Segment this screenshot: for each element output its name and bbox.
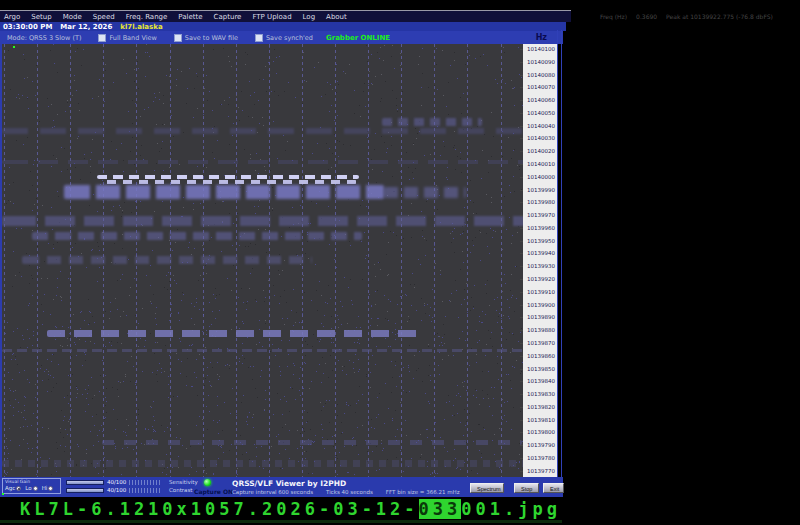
info-text: Capture interval 600 seconds: [232, 489, 313, 495]
sensitivity-slider-track[interactable]: [129, 480, 161, 485]
menu-item-ftp-upload[interactable]: FTP Upload: [252, 13, 291, 21]
time-tick-gridline: [434, 44, 435, 477]
frequency-unit-label: Hz: [536, 33, 547, 42]
time-tick-gridline: [467, 44, 468, 477]
time-tick-gridline: [368, 44, 369, 477]
stop-button[interactable]: Stop: [514, 483, 539, 493]
freq-scale-tick: [520, 215, 523, 216]
checkbox-box-icon[interactable]: [98, 34, 106, 42]
freq-scale-tick: [520, 420, 523, 421]
menu-item-capture[interactable]: Capture: [214, 13, 242, 21]
freq-scale-tick: [520, 381, 523, 382]
sensitivity-slider[interactable]: [66, 480, 104, 485]
sensitivity-value: 40/100: [107, 479, 127, 485]
checkbox-save-to-wav-file[interactable]: Save to WAV file: [174, 34, 238, 42]
freq-scale-label: 10140070: [523, 84, 555, 90]
freq-scale-label: 10139990: [523, 187, 555, 193]
signal-trace: [64, 185, 384, 199]
app-title: QRSS/VLF Viewer by I2PHD: [232, 479, 346, 488]
freq-scale-label: 10139930: [523, 263, 555, 269]
visual-gain-radio-lo[interactable]: Lo: [25, 485, 37, 491]
radio-label: Lo: [25, 485, 31, 491]
radio-circle-icon[interactable]: [48, 486, 53, 491]
visual-gain-radio-agc[interactable]: Agc: [5, 485, 21, 491]
freq-scale-label: 10139880: [523, 327, 555, 333]
freq-scale-tick: [520, 432, 523, 433]
freq-scale-label: 10139890: [523, 314, 555, 320]
freq-scale-tick: [520, 138, 523, 139]
menu-item-setup[interactable]: Setup: [31, 13, 51, 21]
contrast-slider-track[interactable]: [129, 488, 161, 493]
info-text: Ticks 40 seconds: [326, 489, 373, 495]
time-tick-gridline: [335, 44, 336, 477]
freq-scale-label: 10139770: [523, 468, 555, 474]
menu-item-log[interactable]: Log: [303, 13, 316, 21]
menu-item-freq-range[interactable]: Freq. Range: [126, 13, 168, 21]
signal-trace: [2, 349, 523, 352]
menu-item-about[interactable]: About: [326, 13, 347, 21]
indicator-dot: [2, 493, 4, 495]
menu-item-speed[interactable]: Speed: [93, 13, 115, 21]
checkbox-label: Save to WAV file: [185, 34, 238, 42]
radio-circle-icon[interactable]: [16, 486, 21, 491]
signal-trace: [102, 440, 522, 445]
freq-scale-tick: [520, 266, 523, 267]
freq-scale-tick: [520, 75, 523, 76]
menu-item-palette[interactable]: Palette: [178, 13, 202, 21]
freq-scale-tick: [520, 356, 523, 357]
freq-scale-label: 10139840: [523, 378, 555, 384]
freq-scale-label: 10140040: [523, 123, 555, 129]
freq-scale-label: 10140050: [523, 110, 555, 116]
signal-trace: [102, 180, 357, 184]
freq-scale-tick: [520, 100, 523, 101]
contrast-slider[interactable]: [66, 488, 104, 493]
freq-scale-tick: [520, 49, 523, 50]
signal-trace: [97, 175, 359, 179]
freq-scale-tick: [520, 279, 523, 280]
radio-label: Agc: [5, 485, 15, 491]
station-name: kl7l.alaska: [120, 23, 162, 31]
bottom-control-bar: Visual Gain AgcLoHi 40/100Sensitivity 40…: [0, 477, 563, 497]
freq-scale-label: 10139790: [523, 442, 555, 448]
menu-bar: ArgoSetupModeSpeedFreq. RangePaletteCapt…: [0, 10, 571, 22]
sensitivity-slider-row: 40/100Sensitivity: [66, 479, 198, 485]
checkbox-box-icon[interactable]: [174, 34, 182, 42]
capture-led-icon: [204, 479, 211, 486]
signal-trace: [384, 187, 466, 198]
signal-trace: [2, 460, 523, 467]
freq-scale-tick: [520, 471, 523, 472]
peak-readout: Peak at 10139922.775 (-76.8 dbFS): [666, 13, 773, 20]
freq-scale-label: 10139850: [523, 366, 555, 372]
menu-item-mode[interactable]: Mode: [63, 13, 82, 21]
freq-scale-tick: [520, 87, 523, 88]
signal-trace: [47, 330, 422, 337]
radio-circle-icon[interactable]: [33, 486, 38, 491]
freq-scale-tick: [520, 113, 523, 114]
checkbox-full-band-view[interactable]: Full Band View: [98, 34, 156, 42]
checkbox-label: Full Band View: [109, 34, 156, 42]
freq-scale-tick: [520, 292, 523, 293]
time-tick-gridline: [501, 44, 502, 477]
contrast-label: Contrast: [169, 487, 193, 493]
waterfall-display[interactable]: [0, 44, 523, 477]
visual-gain-radio-hi[interactable]: Hi: [42, 485, 54, 491]
freq-readout-value: 0.3690: [636, 13, 657, 20]
signal-trace: [2, 160, 523, 164]
filename-suffix: 001.jpg: [461, 499, 561, 519]
argo-grabber-screen: ArgoSetupModeSpeedFreq. RangePaletteCapt…: [0, 0, 800, 525]
contrast-slider-row: 40/100Contrast: [66, 487, 193, 493]
spectrum-button[interactable]: Spectrum: [470, 483, 504, 493]
freq-scale-label: 10139870: [523, 340, 555, 346]
menu-item-argo[interactable]: Argo: [4, 13, 20, 21]
checkbox-label: Save synch'ed: [266, 34, 313, 42]
checkbox-box-icon[interactable]: [255, 34, 263, 42]
checkbox-save-synch-ed[interactable]: Save synch'ed: [255, 34, 313, 42]
time-tick-gridline: [401, 44, 402, 477]
exit-button[interactable]: Exit: [543, 483, 564, 493]
signal-trace: [2, 216, 523, 226]
freq-readout-label: Freq (Hz): [600, 13, 627, 20]
freq-scale-label: 10139810: [523, 417, 555, 423]
freq-scale-label: 10139780: [523, 455, 555, 461]
freq-scale-tick: [520, 177, 523, 178]
freq-scale-label: 10139940: [523, 250, 555, 256]
